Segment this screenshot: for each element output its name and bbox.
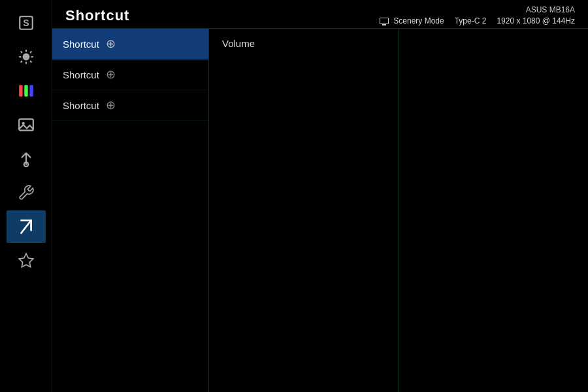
move-icon-3: ⊕ [106, 98, 116, 112]
svg-rect-14 [19, 119, 33, 130]
sidebar-item-input[interactable] [7, 142, 46, 175]
svg-line-7 [20, 52, 22, 53]
svg-line-10 [20, 61, 22, 62]
wrench-icon [18, 184, 35, 201]
menu-item-label-1: Shortcut [63, 39, 99, 50]
svg-marker-17 [19, 253, 33, 267]
svg-line-8 [30, 61, 31, 62]
value-panel: Volume [209, 29, 399, 392]
menu-item-shortcut-2[interactable]: Shortcut ⊕ [52, 59, 208, 90]
header: Shortcut ASUS MB16A Scenery Mode Type-C … [52, 0, 588, 28]
move-icon-1: ⊕ [106, 37, 116, 51]
sidebar-item-color[interactable] [7, 74, 46, 107]
input-icon [18, 150, 35, 167]
sidebar-item-brightness[interactable] [7, 41, 46, 73]
menu-item-shortcut-1[interactable]: Shortcut ⊕ [52, 29, 208, 59]
menu-item-shortcut-3[interactable]: Shortcut ⊕ [52, 90, 208, 121]
svg-line-9 [30, 52, 31, 53]
sidebar-item-shortcut[interactable] [7, 210, 46, 243]
header-status: Scenery Mode Type-C 2 1920 x 1080 @ 144H… [380, 16, 575, 25]
svg-text:S: S [23, 18, 29, 28]
svg-rect-12 [24, 85, 27, 96]
value-label: Volume [209, 29, 399, 58]
menu-panel: Shortcut ⊕ Shortcut ⊕ Shortcut ⊕ [52, 29, 209, 392]
main-content: Shortcut ASUS MB16A Scenery Mode Type-C … [52, 0, 588, 392]
menu-item-label-3: Shortcut [63, 100, 99, 111]
connection-label: Type-C 2 [455, 16, 487, 25]
svg-rect-13 [29, 85, 33, 96]
svg-rect-11 [19, 85, 22, 96]
menu-item-label-2: Shortcut [63, 69, 99, 80]
svg-point-2 [22, 54, 29, 61]
scenery-mode: Scenery Mode [380, 16, 444, 25]
sidebar-item-favorite[interactable] [7, 244, 46, 277]
shortcut-arrow-icon [18, 218, 35, 235]
star-icon [18, 252, 35, 269]
s-icon: S [18, 14, 35, 31]
brightness-icon [18, 48, 35, 65]
header-info: ASUS MB16A Scenery Mode Type-C 2 1920 x … [380, 5, 575, 25]
monitor-icon [380, 18, 389, 24]
sidebar: S [0, 0, 52, 392]
resolution-label: 1920 x 1080 @ 144Hz [497, 16, 575, 25]
sidebar-item-image[interactable] [7, 108, 46, 141]
mode-label: Scenery Mode [393, 16, 444, 25]
image-icon [18, 116, 35, 133]
color-icon [18, 82, 35, 99]
content-panels: Shortcut ⊕ Shortcut ⊕ Shortcut ⊕ Volume [52, 28, 588, 392]
device-name: ASUS MB16A [526, 5, 575, 14]
empty-panel [399, 29, 589, 392]
sidebar-item-s[interactable]: S [7, 7, 46, 39]
sidebar-item-settings[interactable] [7, 176, 46, 209]
page-title: Shortcut [65, 7, 129, 24]
move-icon-2: ⊕ [106, 67, 116, 82]
